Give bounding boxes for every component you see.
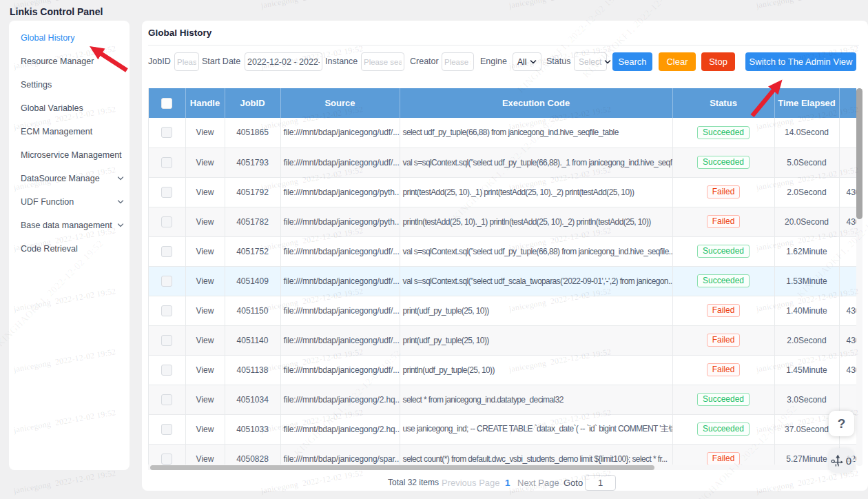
- search-button[interactable]: Search: [612, 52, 652, 71]
- sidebar-item-settings[interactable]: Settings: [9, 73, 130, 96]
- engine-select[interactable]: All: [513, 52, 541, 71]
- row-checkbox[interactable]: [161, 276, 172, 287]
- view-link[interactable]: View: [185, 207, 225, 236]
- table-row: View4051782file:///mnt/bdap/janicegong/p…: [149, 207, 856, 236]
- view-link[interactable]: View: [185, 177, 225, 207]
- view-link[interactable]: View: [185, 325, 225, 355]
- row-select-cell: [149, 236, 185, 266]
- help-button[interactable]: ?: [829, 411, 854, 436]
- jobid-cell: 4051033: [225, 414, 280, 444]
- creator-label: Creator: [410, 52, 439, 71]
- chevron-down-icon: [530, 59, 537, 65]
- status-badge: Failed: [707, 334, 741, 347]
- jobid-cell: 4051782: [225, 207, 280, 236]
- stop-button[interactable]: Stop: [701, 52, 735, 71]
- source-cell: file:///mnt/bdap/janicegong/udf/...: [280, 355, 400, 385]
- row-checkbox[interactable]: [161, 335, 172, 346]
- sidebar-item-global-variables[interactable]: Global Variables: [9, 96, 130, 120]
- clear-button[interactable]: Clear: [659, 52, 696, 71]
- row-checkbox[interactable]: [161, 365, 172, 376]
- goto-page-input[interactable]: [585, 475, 616, 491]
- row-checkbox[interactable]: [161, 454, 172, 465]
- view-link[interactable]: View: [185, 147, 225, 177]
- sidebar-item-datasource-manage[interactable]: DataSource Manage: [9, 167, 130, 190]
- select-all-header: [149, 88, 185, 118]
- network-speed-button[interactable]: 0: [829, 448, 854, 473]
- sidebar-item-label: UDF Function: [21, 197, 74, 207]
- view-link[interactable]: View: [185, 236, 225, 266]
- view-link[interactable]: View: [185, 296, 225, 325]
- switch-admin-view-button[interactable]: Switch to The Admin View: [745, 52, 856, 71]
- row-select-cell: [149, 414, 185, 444]
- error-code-cell: [839, 266, 856, 296]
- view-link[interactable]: View: [185, 414, 225, 444]
- status-badge: Failed: [707, 452, 741, 465]
- error-code-cell: [839, 236, 856, 266]
- execution-code-cell: val s=sqlContext.sql("select udf_scala_t…: [400, 266, 672, 296]
- start-date-label: Start Date: [202, 52, 240, 71]
- status-cell: Succeeded: [672, 236, 774, 266]
- chevron-down-icon: [117, 222, 124, 229]
- error-code-cell: [839, 118, 856, 147]
- table-row: View4051033file:///mnt/bdap/janicegong/2…: [149, 414, 856, 444]
- sidebar-item-base-data-management[interactable]: Base data management: [9, 214, 130, 237]
- status-select[interactable]: Select: [574, 52, 607, 71]
- execution-code-cell: use janicegong_ind; -- CREATE TABLE `dat…: [400, 414, 672, 444]
- col-header-time-elapsed: Time Elapsed: [774, 88, 839, 118]
- status-badge: Failed: [707, 304, 741, 317]
- status-cell: Succeeded: [672, 147, 774, 177]
- sidebar-item-code-retrieval[interactable]: Code Retrieval: [9, 237, 130, 261]
- row-checkbox[interactable]: [161, 305, 172, 316]
- time-elapsed-cell: 2.0Second: [774, 177, 839, 207]
- time-elapsed-cell: 3.0Second: [774, 385, 839, 414]
- status-badge: Succeeded: [697, 274, 750, 287]
- row-select-cell: [149, 177, 185, 207]
- view-link[interactable]: View: [185, 385, 225, 414]
- row-checkbox[interactable]: [161, 246, 172, 257]
- sidebar-item-ecm-management[interactable]: ECM Management: [9, 120, 130, 143]
- instance-label: Instance: [325, 52, 358, 71]
- creator-input[interactable]: [442, 52, 474, 71]
- sidebar-item-microservice-management[interactable]: Microservice Management: [9, 143, 130, 167]
- sidebar-item-udf-function[interactable]: UDF Function: [9, 190, 130, 214]
- jobid-cell: 4051752: [225, 236, 280, 266]
- date-range-input[interactable]: [245, 52, 322, 71]
- sidebar-item-label: Global History: [21, 33, 75, 43]
- sidebar-item-resource-manager[interactable]: Resource Manager: [9, 50, 130, 73]
- vertical-scrollbar-thumb[interactable]: [856, 88, 862, 219]
- page-title: Global History: [148, 28, 211, 38]
- row-checkbox[interactable]: [161, 127, 172, 138]
- row-select-cell: [149, 325, 185, 355]
- vertical-scrollbar-track[interactable]: [856, 88, 862, 466]
- row-checkbox[interactable]: [161, 157, 172, 168]
- view-link[interactable]: View: [185, 444, 225, 465]
- jobid-input[interactable]: [174, 52, 199, 71]
- row-checkbox[interactable]: [161, 424, 172, 435]
- error-code-cell: [839, 147, 856, 177]
- instance-input[interactable]: [361, 52, 404, 71]
- row-checkbox[interactable]: [161, 394, 172, 405]
- horizontal-scrollbar-thumb[interactable]: [150, 465, 654, 470]
- sidebar-item-global-history[interactable]: Global History: [9, 26, 130, 50]
- col-header-jobid: JobID: [225, 88, 280, 118]
- col-header-handle: Handle: [185, 88, 225, 118]
- view-link[interactable]: View: [185, 355, 225, 385]
- row-checkbox[interactable]: [161, 187, 172, 198]
- source-cell: file:///mnt/bdap/janicegong/2.hq...: [280, 385, 400, 414]
- current-page-button[interactable]: 1: [505, 475, 510, 491]
- row-checkbox[interactable]: [161, 216, 172, 227]
- horizontal-scrollbar-track[interactable]: [148, 465, 856, 470]
- status-cell: Failed: [672, 207, 774, 236]
- select-all-checkbox[interactable]: [161, 98, 172, 109]
- col-header-extra: [839, 88, 856, 118]
- next-page-button[interactable]: Next Page: [517, 475, 559, 491]
- previous-page-button[interactable]: Previous Page: [442, 475, 500, 491]
- status-badge: Failed: [707, 185, 741, 198]
- sidebar-item-label: Base data management: [21, 221, 112, 230]
- view-link[interactable]: View: [185, 266, 225, 296]
- jobid-cell: 4051140: [225, 325, 280, 355]
- source-cell: file:///mnt/bdap/janicegong/udf/...: [280, 236, 400, 266]
- execution-code-cell: print(testAdd(25, 10)._1) print(testAdd(…: [400, 177, 672, 207]
- goto-label: Goto: [564, 475, 583, 491]
- view-link[interactable]: View: [185, 118, 225, 147]
